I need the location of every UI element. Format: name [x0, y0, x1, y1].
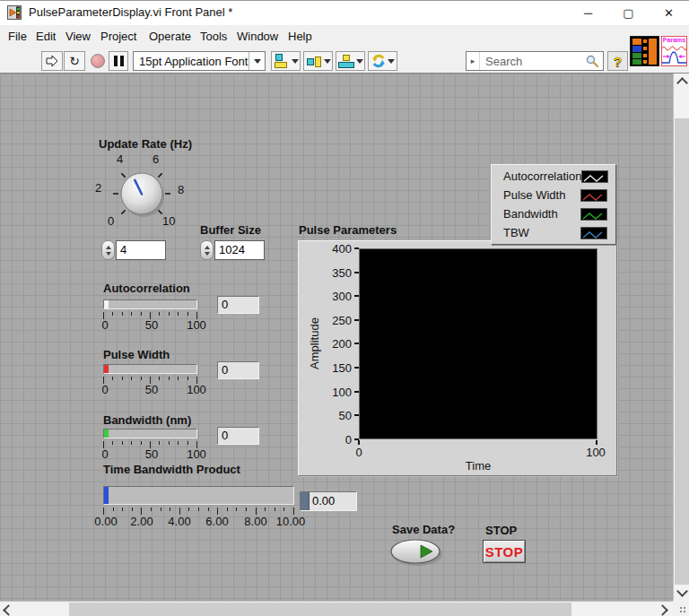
update-rate-knob[interactable]: [108, 160, 176, 228]
horizontal-scrollbar-thumb[interactable]: [69, 603, 571, 616]
minimize-button[interactable]: ─: [568, 0, 608, 25]
align-objects-button[interactable]: [271, 51, 301, 71]
increment-icon[interactable]: [106, 246, 111, 249]
legend-label: TBW: [503, 226, 529, 239]
y-tick: 250: [318, 314, 352, 327]
run-continuously-button[interactable]: ↻: [64, 51, 85, 71]
help-button[interactable]: ?: [607, 51, 628, 71]
reorder-button[interactable]: [368, 51, 397, 71]
legend-row-autocorrelation[interactable]: Autocorrelation: [492, 167, 615, 186]
scale-label: 0: [101, 447, 108, 461]
search-scope-icon[interactable]: ▸: [467, 52, 480, 70]
buffer-size-spinner[interactable]: [200, 240, 214, 260]
save-data-button[interactable]: [386, 534, 447, 570]
abort-icon: [91, 54, 105, 68]
scroll-left-icon[interactable]: [3, 604, 14, 616]
chart-plot-area: [359, 248, 597, 439]
decrement-icon[interactable]: [106, 252, 111, 256]
scale-label: 100: [187, 447, 206, 461]
legend-row-pulse-width[interactable]: Pulse Width: [492, 186, 615, 204]
font-selector-value: 15pt Application Font: [134, 55, 249, 68]
decrement-icon[interactable]: [205, 252, 210, 256]
scroll-down-icon[interactable]: [676, 586, 688, 597]
pulse-width-indicator: 0: [217, 361, 259, 379]
resize-objects-button[interactable]: [336, 51, 365, 71]
menu-help[interactable]: Help: [288, 25, 312, 48]
maximize-button[interactable]: ▢: [608, 0, 649, 25]
menu-tools[interactable]: Tools: [200, 25, 227, 48]
font-selector[interactable]: 15pt Application Font: [133, 51, 266, 71]
increment-icon[interactable]: [205, 246, 210, 249]
vertical-scrollbar-thumb[interactable]: [675, 118, 689, 585]
update-rate-spinner[interactable]: [101, 240, 115, 260]
scroll-right-icon[interactable]: [657, 604, 668, 616]
resize-grip[interactable]: [673, 601, 689, 616]
menu-window[interactable]: Window: [237, 25, 278, 48]
scale-label: 0: [101, 383, 108, 396]
distribute-objects-button[interactable]: [303, 51, 333, 71]
vertical-scrollbar[interactable]: [673, 74, 689, 601]
stop-button[interactable]: STOP: [483, 540, 526, 563]
legend-row-tbw[interactable]: TBW: [492, 223, 615, 242]
scale-label: 50: [145, 318, 158, 332]
help-icon: ?: [614, 54, 622, 69]
menu-operate[interactable]: Operate: [149, 25, 191, 48]
bandwidth-label: Bandwidth (nm): [103, 413, 191, 427]
menu-edit[interactable]: Edit: [36, 25, 56, 48]
reorder-icon: [371, 54, 386, 68]
y-tick: 0: [318, 433, 352, 447]
slider-fill: [104, 487, 109, 504]
vi-front-panel-window: PulseParameterDisplay.vi Front Panel * ─…: [0, 0, 689, 616]
chevron-down-icon: [254, 59, 261, 64]
pulse-width-slider[interactable]: [103, 364, 197, 374]
close-button[interactable]: ✕: [649, 0, 689, 25]
scale-label: 2.00: [130, 515, 153, 528]
run-arrow-icon: [45, 54, 59, 68]
y-tick: 350: [318, 266, 352, 280]
scale-label: 4.00: [168, 515, 190, 528]
scale-label: 8.00: [244, 515, 266, 528]
legend-label: Autocorrelation: [503, 169, 581, 183]
pause-button[interactable]: [109, 51, 128, 71]
bandwidth-indicator: 0: [217, 427, 259, 445]
legend-sample[interactable]: [580, 208, 607, 221]
menu-project[interactable]: Project: [100, 25, 136, 48]
scale-label: 100: [187, 383, 206, 396]
font-selector-dropdown[interactable]: [249, 52, 265, 70]
scale-label: 100: [187, 318, 206, 332]
vi-icon[interactable]: Params: [661, 36, 687, 66]
connector-pane-icon[interactable]: [630, 36, 659, 66]
menu-bar: File Edit View Project Operate Tools Win…: [0, 25, 689, 48]
bandwidth-slider[interactable]: [103, 429, 197, 438]
scale-label: 6.00: [205, 515, 228, 528]
chart-legend: Autocorrelation Pulse Width Bandwidth TB…: [491, 164, 616, 245]
pause-icon: [114, 56, 118, 66]
abort-button[interactable]: [88, 51, 108, 71]
scale-label: 50: [145, 383, 158, 396]
legend-row-bandwidth[interactable]: Bandwidth: [492, 204, 615, 223]
legend-sample[interactable]: [581, 170, 608, 183]
front-panel-grid: Update Rate (Hz) 0 2 4 6 8 10: [0, 74, 673, 601]
vi-icon-label: Params: [662, 37, 686, 44]
autocorrelation-slider[interactable]: [103, 299, 197, 309]
legend-label: Pulse Width: [503, 188, 565, 202]
buffer-size-value-field[interactable]: 1024: [214, 240, 265, 260]
search-input[interactable]: ▸ Search: [466, 51, 604, 71]
slider-fill: [104, 429, 109, 438]
buffer-size-label: Buffer Size: [200, 223, 261, 237]
tbw-slider[interactable]: [103, 486, 294, 505]
menu-view[interactable]: View: [65, 25, 91, 48]
x-axis-label: Time: [466, 459, 491, 473]
update-rate-value-field[interactable]: 4: [116, 240, 166, 260]
legend-sample[interactable]: [580, 189, 607, 202]
menu-file[interactable]: File: [8, 25, 27, 48]
align-objects-icon: [274, 54, 290, 68]
tbw-indicator-increment: [301, 492, 310, 510]
resize-objects-icon: [338, 54, 354, 68]
autocorrelation-label: Autocorrelation: [103, 282, 190, 295]
scroll-up-icon[interactable]: [676, 77, 688, 89]
x-tick: 100: [586, 446, 606, 459]
horizontal-scrollbar[interactable]: [0, 601, 673, 616]
run-button[interactable]: [41, 51, 63, 71]
legend-sample[interactable]: [580, 227, 607, 239]
